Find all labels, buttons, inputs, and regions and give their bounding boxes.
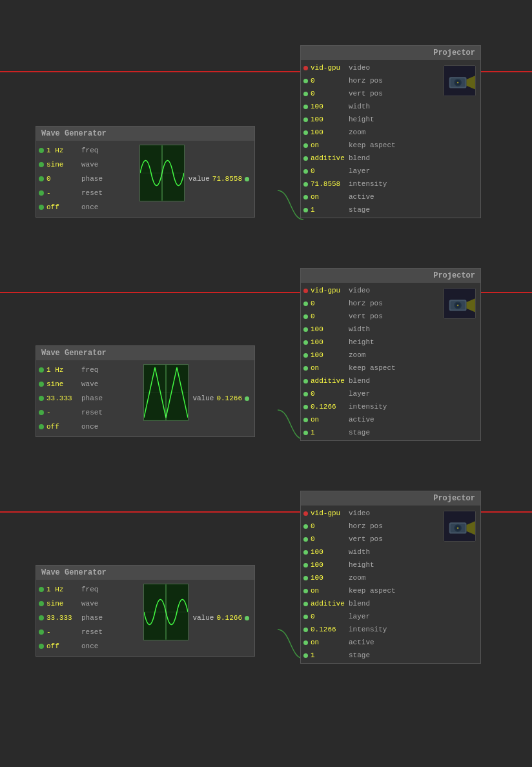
label-wave-3: wave xyxy=(81,600,98,608)
param-row-phase-1: 0 phase xyxy=(39,172,138,186)
proj-dot-width-3 xyxy=(303,550,308,555)
output-dot-3 xyxy=(245,616,249,620)
proj-value-zoom-3: 100 xyxy=(311,574,346,582)
dot-phase-2 xyxy=(39,396,44,401)
dot-freq-3 xyxy=(39,587,44,592)
proj-dot-keepaspect-1 xyxy=(303,143,308,148)
proj-label-horzpos-3: horz pos xyxy=(349,522,383,530)
value-reset-1: - xyxy=(46,189,79,197)
proj-row-width-3: 100 width xyxy=(303,546,442,558)
value-freq-1: 1 Hz xyxy=(46,147,79,154)
proj-label-stage-1: stage xyxy=(349,206,370,214)
dot-reset-1 xyxy=(39,190,44,196)
proj-value-intensity-1: 71.8558 xyxy=(311,180,346,188)
proj-label-horzpos-2: horz pos xyxy=(349,300,383,307)
output-label-2: value xyxy=(192,394,214,402)
projector-graphic-3 xyxy=(444,511,475,541)
proj-dot-horzpos-1 xyxy=(303,79,308,83)
proj-dot-active-2 xyxy=(303,418,308,422)
projector-3-title: Projector xyxy=(301,491,480,506)
label-once-1: once xyxy=(81,203,98,211)
output-2: value 0.1266 xyxy=(190,392,252,405)
dot-reset-3 xyxy=(39,629,44,635)
proj-row-stage-1: 1 stage xyxy=(303,203,442,216)
svg-point-41 xyxy=(457,527,458,529)
proj-row-layer-1: 0 layer xyxy=(303,165,442,178)
proj-dot-keepaspect-2 xyxy=(303,366,308,371)
wave-generator-3: Wave Generator 1 Hz freq sine wave 33.33… xyxy=(36,565,255,657)
proj-row-intensity-1: 71.8558 intensity xyxy=(303,178,442,190)
proj-row-video-3: vid-gpu video xyxy=(303,507,442,520)
proj-dot-keepaspect-3 xyxy=(303,589,308,593)
proj-dot-stage-1 xyxy=(303,208,308,212)
proj-row-zoom-2: 100 zoom xyxy=(303,349,442,362)
proj-label-keepaspect-3: keep aspect xyxy=(349,587,396,595)
param-row-wave-1: sine wave xyxy=(39,158,138,172)
proj-row-zoom-1: 100 zoom xyxy=(303,126,442,139)
proj-dot-intensity-2 xyxy=(303,405,308,409)
proj-value-video-2: vid-gpu xyxy=(311,287,346,294)
proj-value-keepaspect-1: on xyxy=(311,141,346,149)
param-row-once-3: off once xyxy=(39,639,142,653)
proj-row-height-3: 100 height xyxy=(303,558,442,571)
proj-value-active-1: on xyxy=(311,193,346,201)
wave-generator-3-params: 1 Hz freq sine wave 33.333 phase - reset xyxy=(39,582,142,653)
projector-1-body: vid-gpu video 0 horz pos 0 vert pos 100 … xyxy=(301,60,480,218)
proj-value-stage-2: 1 xyxy=(311,429,346,436)
projector-icon-1 xyxy=(443,64,476,97)
proj-value-vertpos-2: 0 xyxy=(311,312,346,320)
proj-dot-width-2 xyxy=(303,327,308,332)
proj-row-vertpos-1: 0 vert pos xyxy=(303,87,442,100)
proj-dot-blend-1 xyxy=(303,156,308,161)
value-wave-3: sine xyxy=(46,600,79,608)
label-phase-2: phase xyxy=(81,394,103,402)
proj-value-layer-2: 0 xyxy=(311,390,346,398)
proj-label-zoom-3: zoom xyxy=(349,574,365,582)
projector-2-title-text: Projector xyxy=(433,271,475,280)
wave-generator-1-params: 1 Hz freq sine wave 0 phase - reset xyxy=(39,143,138,214)
svg-point-27 xyxy=(457,305,458,306)
proj-dot-height-2 xyxy=(303,340,308,345)
label-wave-2: wave xyxy=(81,380,98,388)
proj-label-video-2: video xyxy=(349,287,370,294)
proj-row-blend-1: additive blend xyxy=(303,152,442,165)
projector-1-params: vid-gpu video 0 horz pos 0 vert pos 100 … xyxy=(303,61,442,216)
projector-1: Projector vid-gpu video 0 horz pos xyxy=(300,45,481,218)
value-once-3: off xyxy=(46,642,79,650)
proj-dot-video-2 xyxy=(303,289,308,293)
proj-row-intensity-3: 0.1266 intensity xyxy=(303,623,442,636)
proj-label-height-2: height xyxy=(349,338,374,346)
proj-value-active-3: on xyxy=(311,639,346,646)
label-once-2: once xyxy=(81,423,98,431)
proj-label-stage-3: stage xyxy=(349,651,370,659)
projector-2-params: vid-gpu video 0 horz pos 0 vert pos 100 … xyxy=(303,284,442,439)
svg-point-13 xyxy=(457,82,458,83)
proj-value-stage-1: 1 xyxy=(311,206,346,214)
wave-display-1 xyxy=(139,145,185,201)
proj-value-width-3: 100 xyxy=(311,548,346,556)
proj-value-horzpos-2: 0 xyxy=(311,300,346,307)
proj-dot-layer-2 xyxy=(303,392,308,396)
proj-dot-blend-2 xyxy=(303,379,308,384)
wave-generator-2-params: 1 Hz freq sine wave 33.333 phase - reset xyxy=(39,363,142,434)
proj-label-video-1: video xyxy=(349,64,370,72)
proj-dot-vertpos-2 xyxy=(303,314,308,319)
proj-label-height-3: height xyxy=(349,561,374,569)
proj-value-zoom-1: 100 xyxy=(311,128,346,136)
dot-phase-1 xyxy=(39,176,44,181)
proj-dot-height-3 xyxy=(303,563,308,568)
proj-label-vertpos-1: vert pos xyxy=(349,90,383,97)
proj-row-blend-2: additive blend xyxy=(303,374,442,387)
proj-row-stage-3: 1 stage xyxy=(303,649,442,662)
proj-row-width-1: 100 width xyxy=(303,100,442,113)
param-row-phase-2: 33.333 phase xyxy=(39,391,142,405)
projector-3-body: vid-gpu video 0 horz pos 0 vert pos 100 … xyxy=(301,506,480,663)
output-value-3: 0.1266 xyxy=(216,614,242,622)
projector-3: Projector vid-gpu video 0 horz pos xyxy=(300,491,481,664)
proj-label-video-3: video xyxy=(349,509,370,517)
proj-dot-intensity-1 xyxy=(303,182,308,187)
proj-row-layer-2: 0 layer xyxy=(303,387,442,400)
param-row-freq-3: 1 Hz freq xyxy=(39,582,142,597)
proj-row-height-1: 100 height xyxy=(303,113,442,126)
proj-row-layer-3: 0 layer xyxy=(303,610,442,623)
